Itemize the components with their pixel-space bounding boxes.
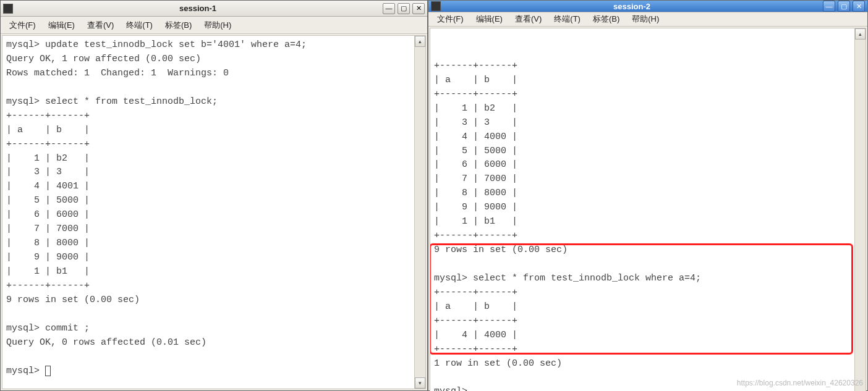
menu-tabs[interactable]: 标签(B): [160, 19, 197, 32]
terminal-container: +------+------+ | a | b | +------+------…: [430, 28, 866, 391]
menu-help[interactable]: 帮助(H): [627, 12, 664, 26]
menu-edit[interactable]: 编辑(E): [43, 19, 80, 32]
close-button[interactable]: ✕: [853, 1, 865, 12]
terminal-output[interactable]: mysql> update test_innodb_lock set b='40…: [2, 36, 414, 389]
menu-terminal[interactable]: 终端(T): [549, 12, 585, 26]
terminal-icon: [431, 1, 441, 11]
scroll-up-button[interactable]: ▴: [415, 36, 425, 47]
window-session-2: session-2 — ▢ ✕ 文件(F) 编辑(E) 查看(V) 终端(T) …: [428, 0, 868, 391]
scroll-up-button[interactable]: ▴: [855, 28, 866, 40]
window-title: session-2: [443, 2, 820, 11]
menubar: 文件(F) 编辑(E) 查看(V) 终端(T) 标签(B) 帮助(H): [1, 17, 427, 34]
terminal-text: +------+------+ | a | b | +------+------…: [434, 59, 851, 391]
scrollbar[interactable]: ▴ ▾: [414, 36, 425, 389]
menu-tabs[interactable]: 标签(B): [588, 12, 624, 26]
terminal-text: mysql> update test_innodb_lock set b='40…: [6, 38, 411, 379]
scrollbar[interactable]: ▴ ▾: [854, 28, 866, 391]
window-session-1: session-1 — ▢ ✕ 文件(F) 编辑(E) 查看(V) 终端(T) …: [0, 0, 428, 391]
window-title: session-1: [15, 4, 380, 13]
minimize-button[interactable]: —: [383, 3, 395, 14]
menubar: 文件(F) 编辑(E) 查看(V) 终端(T) 标签(B) 帮助(H): [428, 12, 867, 27]
menu-edit[interactable]: 编辑(E): [471, 12, 508, 26]
scroll-down-button[interactable]: ▾: [415, 377, 425, 389]
titlebar[interactable]: session-1 — ▢ ✕: [1, 1, 427, 17]
scroll-track[interactable]: [415, 47, 425, 377]
terminal-output[interactable]: +------+------+ | a | b | +------+------…: [430, 28, 854, 391]
maximize-button[interactable]: ▢: [398, 3, 410, 14]
titlebar[interactable]: session-2 — ▢ ✕: [428, 1, 867, 12]
menu-file[interactable]: 文件(F): [432, 12, 469, 26]
close-button[interactable]: ✕: [412, 3, 425, 14]
menu-file[interactable]: 文件(F): [4, 19, 41, 32]
menu-help[interactable]: 帮助(H): [199, 19, 236, 32]
scroll-track[interactable]: [855, 40, 866, 391]
maximize-button[interactable]: ▢: [838, 1, 850, 12]
watermark-text: https://blog.csdn.net/weixin_42620326: [737, 379, 863, 387]
menu-view[interactable]: 查看(V): [510, 12, 547, 26]
terminal-icon: [3, 4, 13, 14]
menu-view[interactable]: 查看(V): [82, 19, 119, 32]
terminal-container: mysql> update test_innodb_lock set b='40…: [2, 35, 426, 389]
minimize-button[interactable]: —: [823, 1, 835, 12]
menu-terminal[interactable]: 终端(T): [121, 19, 158, 32]
